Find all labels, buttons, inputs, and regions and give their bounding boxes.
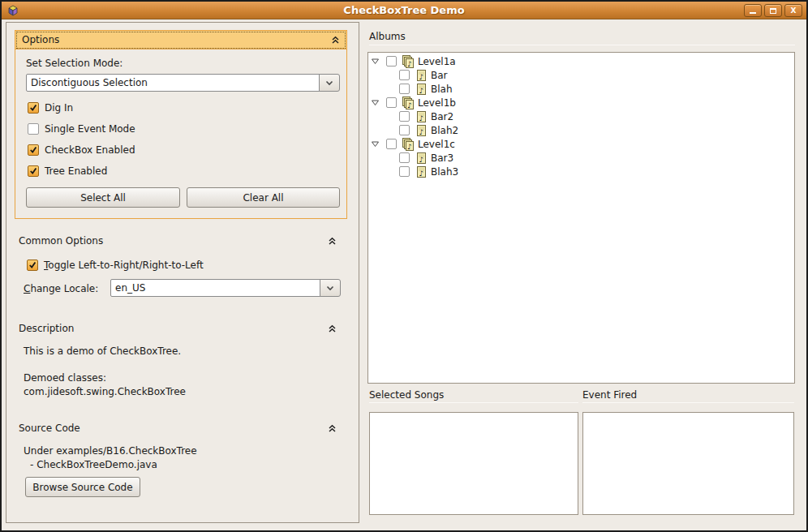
event-fired-list[interactable] — [582, 412, 794, 515]
description-intro: This is a demo of CheckBoxTree. — [24, 345, 181, 357]
svg-text:♪: ♪ — [407, 101, 412, 109]
tree-node-label[interactable]: Bar3 — [429, 152, 455, 164]
common-options-header[interactable]: Common Options — [19, 235, 337, 247]
album-icon: ♪ — [402, 138, 415, 151]
tree-row[interactable]: ♪Blah — [368, 82, 794, 96]
change-locale-label: Change Locale: — [24, 283, 98, 294]
tree-node-label[interactable]: Bar2 — [429, 111, 455, 122]
albums-tree: ♪Level1a♪Bar♪Blah♪Level1b♪Bar2♪Blah2♪Lev… — [367, 52, 795, 384]
song-icon: ♪ — [415, 152, 428, 165]
tree-row[interactable]: ♪Bar — [368, 68, 794, 82]
left-options-panel: Options Set Selection Mode: Discontiguou… — [6, 22, 359, 523]
tree-checkbox[interactable] — [386, 97, 397, 108]
checked-checkbox[interactable] — [28, 144, 39, 156]
tree-node-label[interactable]: Level1b — [416, 97, 458, 109]
selection-mode-label: Set Selection Mode: — [26, 58, 122, 69]
toggle-ltr-rtl-label: Toggle Left-to-Right/Right-to-Left — [44, 260, 204, 271]
options-pane-title: Options — [22, 34, 331, 45]
tree-checkbox[interactable] — [399, 111, 410, 122]
expand-arrow-icon[interactable] — [371, 139, 380, 148]
expand-arrow-icon[interactable] — [371, 57, 380, 66]
tree-row[interactable]: ♪Bar2 — [368, 109, 794, 123]
source-path: Under examples/B16.CheckBoxTree — [24, 445, 197, 457]
selection-mode-combobox[interactable]: Discontiguous Selection — [26, 74, 340, 92]
option-checkbox-row[interactable]: CheckBox Enabled — [28, 143, 135, 157]
description-header[interactable]: Description — [19, 323, 337, 334]
tree-row[interactable]: ♪Level1b — [368, 96, 794, 109]
source-code-title: Source Code — [19, 423, 328, 434]
checkbox-label: Single Event Mode — [45, 123, 135, 135]
toggle-ltr-rtl-checkbox-row[interactable]: Toggle Left-to-Right/Right-to-Left — [27, 258, 204, 272]
maximize-button[interactable] — [764, 4, 782, 17]
options-pane: Options Set Selection Mode: Discontiguou… — [15, 30, 347, 219]
svg-text:♪: ♪ — [407, 143, 412, 151]
svg-text:♪: ♪ — [407, 60, 412, 68]
svg-text:♪: ♪ — [419, 155, 424, 163]
options-pane-header[interactable]: Options — [15, 31, 346, 49]
option-checkbox-row[interactable]: Tree Enabled — [28, 164, 135, 178]
tree-checkbox[interactable] — [399, 125, 410, 135]
clear-all-label: Clear All — [243, 192, 283, 204]
close-button[interactable]: X — [784, 4, 802, 17]
common-options-title: Common Options — [19, 235, 328, 247]
expand-arrow-icon[interactable] — [371, 98, 380, 107]
checked-checkbox[interactable] — [28, 165, 39, 177]
event-fired-separator — [582, 402, 794, 403]
svg-text:♪: ♪ — [419, 86, 424, 94]
tree-node-label[interactable]: Blah3 — [429, 166, 460, 178]
collapse-icon[interactable] — [328, 424, 337, 433]
tree-row[interactable]: ♪Blah3 — [368, 165, 794, 178]
minimize-button[interactable] — [744, 4, 762, 17]
tree-checkbox[interactable] — [399, 84, 410, 94]
selected-songs-list[interactable] — [369, 412, 578, 515]
tree-checkbox[interactable] — [386, 56, 397, 66]
select-all-button[interactable]: Select All — [26, 187, 180, 208]
checkbox-label: Tree Enabled — [45, 165, 107, 177]
collapse-icon[interactable] — [328, 237, 337, 246]
unchecked-checkbox[interactable] — [28, 123, 39, 135]
collapse-icon[interactable] — [331, 36, 340, 45]
checked-checkbox[interactable] — [27, 260, 38, 271]
song-icon: ♪ — [415, 110, 428, 123]
description-title: Description — [19, 323, 328, 334]
album-icon: ♪ — [402, 55, 415, 68]
tree-checkbox[interactable] — [399, 166, 410, 177]
tree-row[interactable]: ♪Blah2 — [368, 123, 794, 137]
checked-checkbox[interactable] — [28, 102, 39, 114]
browse-source-code-button[interactable]: Browse Source Code — [25, 477, 140, 497]
tree-checkbox[interactable] — [399, 152, 410, 163]
tree-node-label[interactable]: Blah2 — [429, 125, 460, 136]
window-title: CheckBoxTree Demo — [2, 4, 806, 16]
options-checkbox-list: Dig InSingle Event ModeCheckBox EnabledT… — [28, 101, 135, 185]
tree-checkbox[interactable] — [399, 70, 410, 80]
tree-node-label[interactable]: Level1c — [416, 139, 457, 150]
demoed-class-name: com.jidesoft.swing.CheckBoxTree — [24, 386, 186, 397]
tree-node-label[interactable]: Blah — [429, 84, 454, 95]
locale-combobox[interactable]: en_US — [110, 279, 341, 297]
title-bar[interactable]: CheckBoxTree Demo X — [2, 2, 806, 19]
song-icon: ♪ — [415, 69, 428, 82]
source-code-header[interactable]: Source Code — [19, 423, 337, 434]
chevron-down-icon[interactable] — [320, 279, 341, 297]
collapse-icon[interactable] — [328, 324, 337, 333]
clear-all-button[interactable]: Clear All — [187, 187, 340, 208]
locale-value: en_US — [110, 279, 320, 297]
song-icon: ♪ — [415, 165, 428, 178]
svg-text:♪: ♪ — [419, 127, 424, 135]
option-checkbox-row[interactable]: Dig In — [28, 101, 135, 115]
tree-checkbox[interactable] — [386, 139, 397, 149]
event-fired-title: Event Fired — [582, 389, 637, 401]
tree-row[interactable]: ♪Level1a — [368, 54, 794, 68]
browse-source-code-label: Browse Source Code — [32, 482, 132, 493]
selected-songs-separator — [369, 402, 578, 403]
tree-node-label[interactable]: Bar — [429, 70, 449, 81]
song-icon: ♪ — [415, 124, 428, 137]
tree-node-label[interactable]: Level1a — [416, 56, 458, 67]
chevron-down-icon[interactable] — [319, 74, 340, 92]
albums-separator — [369, 45, 795, 45]
tree-row[interactable]: ♪Bar3 — [368, 151, 794, 165]
tree-row[interactable]: ♪Level1c — [368, 137, 794, 151]
selected-songs-title: Selected Songs — [369, 389, 444, 401]
option-checkbox-row[interactable]: Single Event Mode — [28, 122, 135, 136]
svg-text:♪: ♪ — [419, 114, 424, 122]
